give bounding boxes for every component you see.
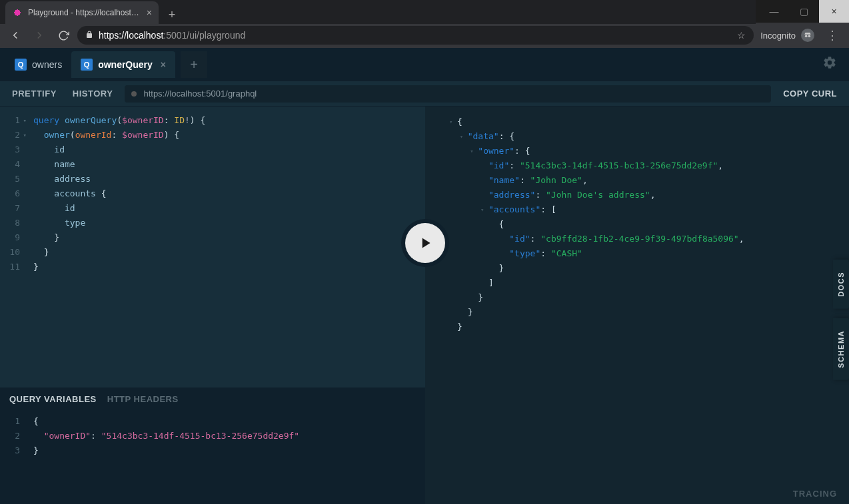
new-app-tab-button[interactable]: +	[181, 51, 207, 78]
url-input[interactable]: https://localhost:5001/ui/playground ☆	[77, 26, 754, 45]
address-bar: https://localhost:5001/ui/playground ☆ I…	[0, 23, 849, 48]
reload-button[interactable]	[53, 25, 73, 45]
maximize-window-button[interactable]: ▢	[789, 0, 819, 23]
toolbar: PRETTIFY HISTORY https://localhost:5001/…	[0, 81, 849, 107]
endpoint-input[interactable]: https://localhost:5001/graphql	[125, 85, 771, 103]
close-window-button[interactable]: ×	[819, 0, 849, 23]
tracing-button[interactable]: TRACING	[793, 489, 837, 499]
settings-gear-icon[interactable]	[822, 55, 844, 74]
browser-tab[interactable]: Playground - https://localhost:50 ×	[5, 1, 159, 24]
history-button[interactable]: HISTORY	[69, 86, 117, 101]
http-headers-tab[interactable]: HTTP HEADERS	[107, 394, 179, 404]
browser-tabstrip: Playground - https://localhost:50 × +	[0, 0, 756, 24]
query-variables-tab[interactable]: QUERY VARIABLES	[9, 394, 97, 404]
new-browser-tab-button[interactable]: +	[163, 5, 181, 24]
endpoint-url: https://localhost:5001/graphql	[143, 89, 257, 99]
browser-menu-button[interactable]: ⋮	[821, 28, 844, 43]
prettify-button[interactable]: PRETTIFY	[8, 86, 61, 101]
response-viewer[interactable]: { "data": { "owner": { "id": "514c3bc3-1…	[425, 107, 849, 334]
status-dot-icon	[131, 91, 137, 97]
playground-app: Q owners Q ownerQuery × + PRETTIFY HISTO…	[0, 48, 849, 504]
query-badge-icon: Q	[81, 59, 93, 71]
browser-tab-title: Playground - https://localhost:50	[28, 8, 141, 17]
close-tab-icon[interactable]: ×	[147, 7, 152, 18]
app-tab-owners[interactable]: Q owners	[5, 51, 71, 78]
back-button[interactable]	[5, 25, 25, 45]
close-tab-icon[interactable]: ×	[161, 59, 166, 70]
copy-curl-button[interactable]: COPY CURL	[779, 86, 841, 101]
app-tab-label: owners	[32, 59, 62, 70]
app-tab-label: ownerQuery	[98, 59, 153, 70]
bookmark-star-icon[interactable]: ☆	[737, 30, 746, 41]
docs-tab[interactable]: DOCS	[833, 260, 849, 309]
minimize-window-button[interactable]: —	[759, 0, 789, 23]
query-editor[interactable]: 1234567891011 query ownerQuery($ownerID:…	[0, 107, 425, 387]
execute-query-button[interactable]	[405, 223, 445, 263]
app-tabs: Q owners Q ownerQuery × +	[0, 48, 849, 81]
query-badge-icon: Q	[15, 59, 27, 71]
url-text: https://localhost:5001/ui/playground	[99, 30, 245, 41]
schema-tab[interactable]: SCHEMA	[833, 318, 849, 380]
svg-point-0	[805, 35, 808, 37]
lock-icon	[85, 31, 93, 41]
incognito-indicator: Incognito	[758, 29, 817, 42]
favicon	[12, 7, 23, 18]
forward-button[interactable]	[29, 25, 49, 45]
incognito-icon	[801, 29, 814, 42]
variables-panel: QUERY VARIABLES HTTP HEADERS 123 { "owne…	[0, 387, 425, 504]
variables-editor[interactable]: 123 { "ownerID": "514c3bc3-14df-4515-bc1…	[0, 410, 425, 504]
app-tab-ownerquery[interactable]: Q ownerQuery ×	[71, 51, 175, 78]
svg-point-1	[808, 35, 811, 37]
